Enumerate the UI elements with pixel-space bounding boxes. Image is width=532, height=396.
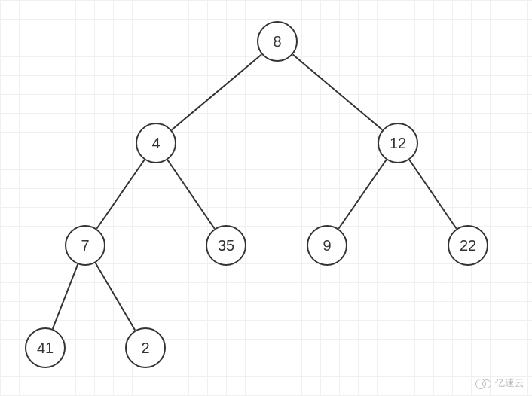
tree-node: 12	[378, 123, 418, 163]
tree-node-value: 4	[151, 135, 160, 152]
tree-node: 9	[307, 225, 347, 266]
cloud-icon	[475, 378, 492, 388]
tree-node-value: 22	[460, 237, 476, 254]
tree-node-value: 7	[81, 237, 89, 254]
tree-node: 22	[448, 225, 488, 266]
tree-edge	[96, 263, 136, 330]
tree-node: 2	[125, 327, 166, 368]
tree-edge	[53, 264, 78, 329]
tree-node: 41	[25, 327, 66, 368]
tree-node-value: 9	[323, 237, 331, 254]
tree-edge	[409, 160, 457, 228]
tree-node-value: 8	[273, 33, 281, 50]
tree-node: 8	[257, 21, 298, 62]
tree-edge	[172, 54, 262, 129]
tree-edge	[293, 54, 383, 129]
watermark: 亿速云	[475, 376, 524, 390]
tree-node-value: 2	[141, 340, 149, 357]
tree-node: 35	[206, 225, 246, 266]
tree-edges	[0, 0, 532, 396]
tree-node: 7	[65, 225, 105, 266]
tree-node: 4	[136, 123, 176, 163]
tree-edge	[338, 160, 386, 229]
tree-node-value: 35	[218, 237, 234, 254]
tree-edge	[167, 160, 215, 228]
tree-edge	[96, 160, 144, 229]
tree-node-value: 41	[37, 340, 54, 357]
watermark-text: 亿速云	[495, 376, 524, 390]
tree-node-value: 12	[390, 135, 406, 152]
